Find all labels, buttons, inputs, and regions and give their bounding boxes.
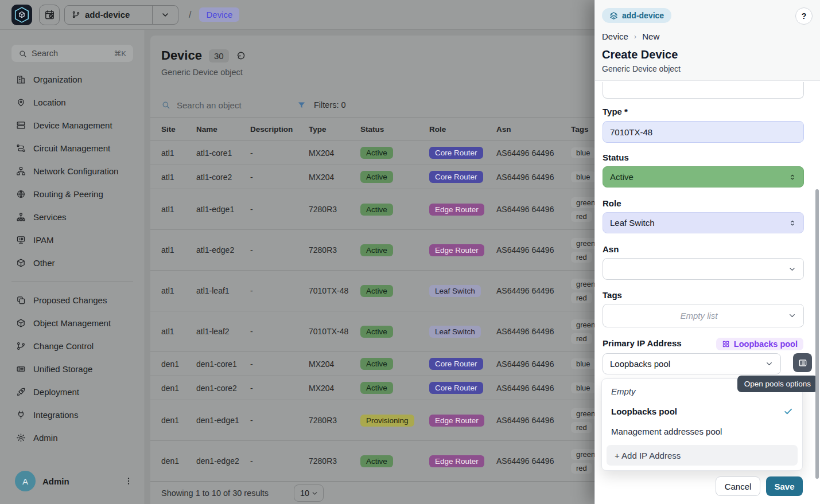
name-field-partial[interactable] <box>603 82 804 99</box>
avatar[interactable]: A <box>15 471 36 491</box>
sidebar-item-admin[interactable]: Admin <box>0 426 145 449</box>
cell-name: den1-core1 <box>196 360 250 369</box>
cell-type: MX204 <box>309 149 360 158</box>
tags-select[interactable]: Empty list <box>603 304 804 327</box>
column-header-asn: Asn <box>496 125 571 134</box>
branch-badge: add-device <box>602 8 671 23</box>
role-select[interactable]: Leaf Switch <box>603 212 804 233</box>
page-size-select[interactable]: 10 <box>294 485 324 502</box>
cell-asn: AS64496 64496 <box>496 456 571 466</box>
cell-site: den1 <box>161 384 196 393</box>
breadcrumb-parent[interactable]: Device <box>602 32 628 41</box>
branch-selector[interactable]: add-device <box>64 5 178 25</box>
sidebar-item-label: Integrations <box>33 410 78 420</box>
tags-placeholder: Empty list <box>680 311 717 321</box>
pool-source-badge[interactable]: Loopbacks pool <box>716 338 803 350</box>
cell-name: den1-edge2 <box>196 456 250 466</box>
sidebar-item-circuit-management[interactable]: Circuit Management <box>0 136 145 159</box>
cell-name: atl1-edge2 <box>196 245 250 255</box>
save-button[interactable]: Save <box>766 476 803 496</box>
dropdown-option-management-addresses-pool[interactable]: Management addresses pool <box>602 421 802 442</box>
cell-asn: AS64496 64496 <box>496 205 571 214</box>
layers-icon <box>609 11 618 20</box>
cell-description: - <box>250 245 309 255</box>
sidebar-search[interactable]: Search ⌘K <box>11 45 133 62</box>
sidebar: Search ⌘K OrganizationLocationDevice Man… <box>0 30 145 504</box>
branch-icon <box>72 10 80 19</box>
object-search-input[interactable]: Search an object <box>177 100 297 110</box>
cell-description: - <box>250 149 309 158</box>
tree-icon <box>16 212 26 222</box>
type-input[interactable]: 7010TX-48 <box>603 121 804 143</box>
filter-funnel-icon[interactable] <box>297 101 306 110</box>
sidebar-item-organization[interactable]: Organization <box>0 68 145 91</box>
cell-site: atl1 <box>161 205 196 214</box>
kebab-menu-icon[interactable] <box>124 476 133 486</box>
app-logo-icon[interactable] <box>11 5 32 25</box>
cell-type: MX204 <box>309 360 360 369</box>
cell-type: 7280R3 <box>309 416 360 425</box>
cell-asn: AS64496 64496 <box>496 286 571 295</box>
sidebar-item-label: Proposed Changes <box>33 295 107 305</box>
breadcrumb-device[interactable]: Device <box>199 7 239 22</box>
sidebar-item-change-control[interactable]: Change Control <box>0 334 145 357</box>
status-badge: Provisioning <box>360 415 414 427</box>
sidebar-item-unified-storage[interactable]: Unified Storage <box>0 357 145 380</box>
globe-icon <box>16 189 26 199</box>
status-label: Status <box>603 153 629 162</box>
sidebar-item-label: Deployment <box>33 387 79 397</box>
refresh-icon[interactable] <box>236 50 246 61</box>
rocket-icon <box>16 387 26 397</box>
sidebar-item-deployment[interactable]: Deployment <box>0 380 145 403</box>
sidebar-item-routing-peering[interactable]: Routing & Peering <box>0 182 145 205</box>
sidebar-item-other[interactable]: Other <box>0 251 145 274</box>
copy-icon <box>16 295 26 305</box>
role-badge: Core Router <box>429 171 483 183</box>
cube-icon <box>16 258 26 268</box>
status-badge: Active <box>360 358 393 370</box>
time-travel-button[interactable] <box>39 5 60 25</box>
tag-badge: blue <box>571 147 596 158</box>
tag-badge: red <box>571 422 592 433</box>
sidebar-item-object-management[interactable]: Object Management <box>0 311 145 334</box>
building-icon <box>16 75 26 84</box>
sidebar-item-proposed-changes[interactable]: Proposed Changes <box>0 288 145 311</box>
gear-icon <box>16 433 26 443</box>
tag-badge: red <box>571 292 592 303</box>
updown-chevron-icon <box>788 219 796 227</box>
sidebar-item-integrations[interactable]: Integrations <box>0 403 145 426</box>
sidebar-item-ipam[interactable]: IPAM <box>0 228 145 251</box>
drawer-scrollbar[interactable] <box>815 189 819 479</box>
tag-badge: blue <box>571 171 596 182</box>
cube-icon <box>16 318 26 328</box>
column-header-site: Site <box>161 125 196 134</box>
cell-asn: AS64496 64496 <box>496 245 571 255</box>
open-pools-options-button[interactable] <box>793 353 812 372</box>
cancel-button[interactable]: Cancel <box>716 476 760 496</box>
cell-site: den1 <box>161 360 196 369</box>
primary-ip-select[interactable]: Loopbacks pool <box>603 353 781 374</box>
drawer-breadcrumb: Device › New <box>602 32 812 41</box>
filters-count[interactable]: Filters: 0 <box>314 100 346 110</box>
user-name: Admin <box>42 476 124 486</box>
sidebar-item-label: Services <box>33 212 67 222</box>
cell-description: - <box>250 286 309 295</box>
search-icon <box>18 49 27 58</box>
sidebar-item-services[interactable]: Services <box>0 205 145 228</box>
cell-asn: AS64496 64496 <box>496 416 571 425</box>
sidebar-item-label: IPAM <box>33 235 54 245</box>
status-select[interactable]: Active <box>603 166 804 187</box>
asn-select[interactable] <box>603 258 804 280</box>
pin-icon <box>16 97 26 107</box>
primary-ip-label: Primary IP Address <box>603 338 682 348</box>
add-ip-address-option[interactable]: + Add IP Address <box>607 445 798 466</box>
dropdown-option-loopbacks-pool[interactable]: Loopbacks pool <box>602 401 802 421</box>
sidebar-item-location[interactable]: Location <box>0 91 145 114</box>
column-header-status: Status <box>360 125 429 134</box>
branch-selector-caret[interactable] <box>153 10 178 19</box>
cell-name: atl1-leaf1 <box>196 286 250 295</box>
help-button[interactable]: ? <box>795 7 813 25</box>
sidebar-item-network-configuration[interactable]: Network Configuration <box>0 159 145 182</box>
sidebar-item-device-management[interactable]: Device Management <box>0 114 145 136</box>
sidebar-divider <box>11 281 133 282</box>
